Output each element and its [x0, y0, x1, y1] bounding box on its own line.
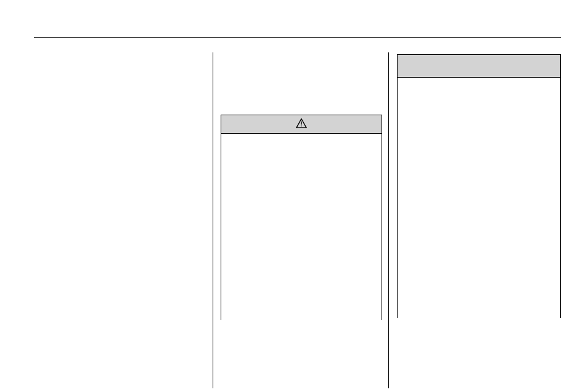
callout-header-warning [221, 115, 382, 134]
svg-rect-2 [301, 125, 301, 126]
callout-box-notice [397, 54, 561, 318]
page [0, 0, 588, 392]
callout-box-warning [221, 115, 382, 320]
callout-body-notice [398, 78, 560, 318]
svg-rect-1 [301, 121, 301, 125]
warning-triangle-icon [296, 118, 307, 131]
callout-body-warning [221, 134, 382, 320]
column-divider-2 [388, 52, 389, 388]
header-rule [34, 37, 561, 38]
callout-header-notice [398, 55, 560, 78]
column-divider-1 [213, 52, 213, 388]
